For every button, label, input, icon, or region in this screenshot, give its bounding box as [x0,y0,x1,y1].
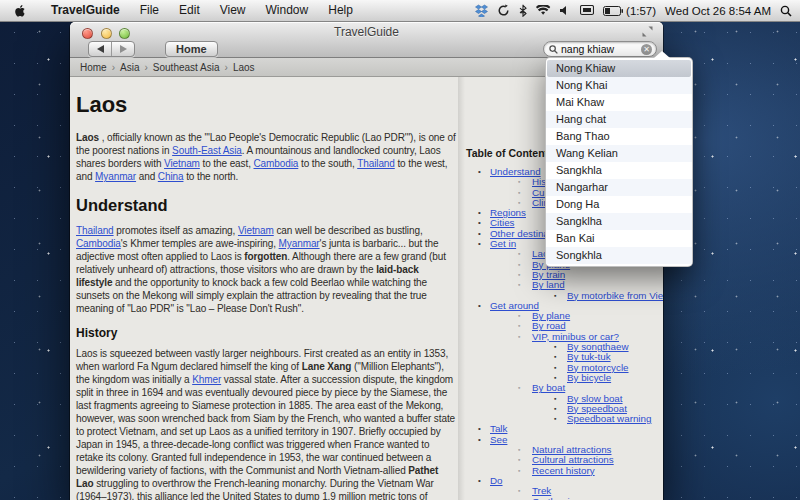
article-link[interactable]: Thailand [357,158,395,169]
suggestion-item-dong-ha[interactable]: Dong Ha [546,196,692,213]
toc-bullet: ◦ [518,497,520,500]
toc-bullet: ▪ [554,414,556,424]
toc-link-on-the-river[interactable]: On the river [532,497,583,500]
toolbar: Home nang khiaw ✕ [70,39,663,58]
fullscreen-icon[interactable] [642,26,653,37]
toc-item: ◦By boat [460,383,663,393]
toc-link-speedboat-warning[interactable]: Speedboat warning [567,414,651,424]
toc-bullet: ◦ [518,260,520,270]
toc-item: ◦Trek [460,486,663,496]
suggestion-item-wang-kelian[interactable]: Wang Kelian [546,145,692,162]
suggestion-item-nong-khiaw[interactable]: Nong Khiaw [547,60,691,77]
battery-time: (1:57) [626,5,656,17]
menubar-item-travelguide[interactable]: TravelGuide [41,0,130,21]
volume-icon[interactable] [560,5,571,16]
forward-button[interactable] [111,42,134,56]
breadcrumb-separator: › [109,62,118,73]
sync-icon[interactable] [497,4,510,17]
back-button[interactable] [89,42,111,56]
window-titlebar[interactable]: TravelGuide Home nang khiaw ✕ [70,22,663,58]
toc-link-get-in[interactable]: Get in [490,239,516,249]
suggestion-item-nong-khai[interactable]: Nong Khai [546,77,692,94]
toc-item: ▪By slow boat [460,394,663,404]
suggestion-item-sangklha[interactable]: Sangklha [546,213,692,230]
clear-search-icon[interactable]: ✕ [641,44,652,55]
toc-bullet: ◦ [518,455,520,465]
menubar-item-help[interactable]: Help [318,0,363,21]
article-link[interactable]: Vietnam [164,158,200,169]
toc-link-by-boat[interactable]: By boat [532,383,565,393]
menu-bar: TravelGuideFileEditViewWindowHelp (1:57)… [0,0,800,22]
breadcrumb-item-southeast-asia[interactable]: Southeast Asia [151,62,222,73]
article-link[interactable]: China [158,171,184,182]
article-link[interactable]: Vietnam [238,225,274,236]
toc-bullet: • [478,239,481,249]
toc-bullet: ◦ [518,321,520,331]
toc-link-do[interactable]: Do [490,476,503,486]
menubar-item-window[interactable]: Window [256,0,319,21]
toc-item: ▪By songthaew [460,342,663,352]
search-input[interactable]: nang khiaw [561,43,641,55]
menubar-item-file[interactable]: File [130,0,169,21]
menubar-item-view[interactable]: View [210,0,256,21]
menubar-item-edit[interactable]: Edit [169,0,210,21]
toc-link-by-bicycle[interactable]: By bicycle [567,373,611,383]
suggestion-item-mai-khaw[interactable]: Mai Khaw [546,94,692,111]
article-link[interactable]: Myanmar [95,171,136,182]
suggestion-item-hang-chat[interactable]: Hang chat [546,111,692,128]
battery-indicator[interactable]: (1:57) [603,5,656,17]
wifi-icon[interactable] [536,5,551,16]
toc-link-by-motorbike-from-vietnam[interactable]: By motorbike from Vietnam [567,291,663,301]
dropbox-icon[interactable] [475,4,488,17]
toc-bullet: ▪ [554,404,556,414]
article-link[interactable]: Cambodia [254,158,299,169]
article-link[interactable]: South-East Asia [172,145,242,156]
suggestion-item-ban-kai[interactable]: Ban Kai [546,230,692,247]
toc-bullet: ◦ [518,466,520,476]
article: Laos Laos , officially known as the "'La… [76,77,457,500]
toc-bullet: ◦ [518,270,520,280]
understand-paragraph: Thailand promotes itself as amazing, Vie… [76,224,457,315]
apple-menu-icon[interactable] [14,4,27,18]
breadcrumb-item-asia[interactable]: Asia [118,62,141,73]
page-title: Laos [76,92,457,118]
suggestion-item-nangarhar[interactable]: Nangarhar [546,179,692,196]
toc-link-trek[interactable]: Trek [532,486,551,496]
display-icon[interactable] [580,5,594,16]
breadcrumb-separator: › [222,62,231,73]
search-field[interactable]: nang khiaw ✕ [543,41,657,57]
article-link[interactable]: Khmer [192,374,221,385]
toc-bullet: • [478,229,481,239]
suggestion-item-songkhla[interactable]: Songkhla [546,247,692,264]
home-button[interactable]: Home [165,41,218,57]
suggestion-item-bang-thao[interactable]: Bang Thao [546,128,692,145]
toc-link-see[interactable]: See [490,435,507,445]
toc-bullet: ◦ [518,177,520,187]
breadcrumb-item-home[interactable]: Home [78,62,109,73]
article-link[interactable]: Myanmar [279,238,320,249]
article-link[interactable]: Thailand [76,225,114,236]
suggestion-item-sangkhla[interactable]: Sangkhla [546,162,692,179]
toc-link-by-land[interactable]: By land [532,280,565,290]
toc-item: ◦On the river [460,497,663,500]
toc-bullet: ▪ [554,394,556,404]
toc-link-recent-history[interactable]: Recent history [532,466,595,476]
toc-bullet: • [478,476,481,486]
bluetooth-icon[interactable] [519,4,527,17]
breadcrumb-item-laos[interactable]: Laos [231,62,257,73]
search-suggestions-dropdown: Nong KhiawNong KhaiMai KhawHang chatBang… [545,57,693,267]
toc-bullet: ◦ [518,486,520,496]
toc-bullet: ◦ [518,311,520,321]
menu-bar-clock[interactable]: Wed Oct 26 8:54 AM [665,5,771,17]
menu-bar-status: (1:57) Wed Oct 26 8:54 AM [475,0,792,21]
spotlight-icon[interactable] [780,5,792,17]
toc-bullet: ▪ [554,291,556,301]
toc-bullet: ◦ [518,383,520,393]
history-nav [88,41,135,57]
history-heading: History [76,326,457,340]
article-link[interactable]: Cambodia [76,238,121,249]
toc-bullet: ◦ [518,332,520,342]
window-title: TravelGuide [70,25,663,39]
toc-bullet: • [478,301,481,311]
toc-item: ◦VIP, minibus or car? [460,332,663,342]
